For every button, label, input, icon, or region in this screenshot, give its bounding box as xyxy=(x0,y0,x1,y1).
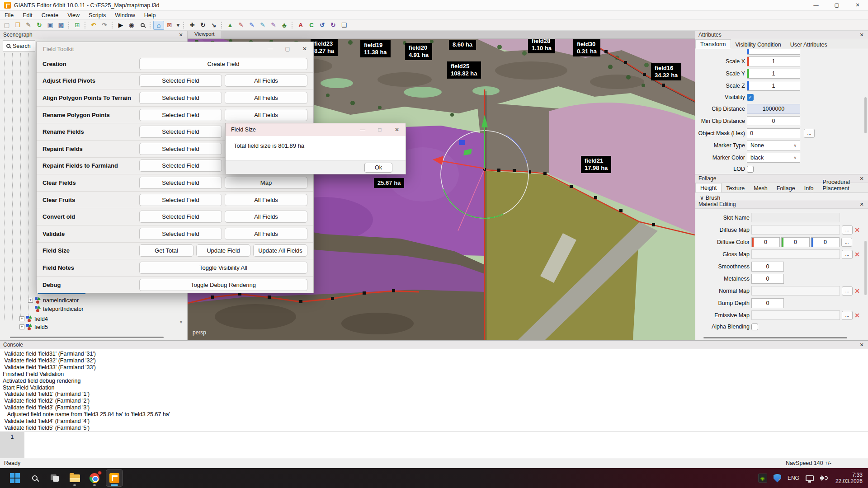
undo-icon[interactable]: ↶ xyxy=(88,21,99,30)
scale-x-input[interactable]: 1 xyxy=(747,56,800,66)
toggle-visibility-all-button[interactable]: Toggle Visibility All xyxy=(139,262,307,274)
attributes-close-icon[interactable]: ✕ xyxy=(859,32,865,38)
bump-depth-input[interactable]: 0 xyxy=(751,298,784,308)
selected-field-button[interactable]: Selected Field xyxy=(139,194,222,206)
window-maximize-button[interactable]: ▢ xyxy=(826,0,847,11)
search-input[interactable]: Search xyxy=(3,40,35,52)
selected-field-button[interactable]: Selected Field xyxy=(139,228,222,240)
console-close-icon[interactable]: ✕ xyxy=(859,342,865,348)
expander-icon[interactable]: + xyxy=(28,298,33,303)
update-field-button[interactable]: Update Field xyxy=(196,244,250,257)
tab-info[interactable]: Info xyxy=(800,184,818,192)
dialog-close-button[interactable]: ✕ xyxy=(296,42,313,56)
redo-icon[interactable]: ↷ xyxy=(99,21,110,30)
scale-z-input[interactable]: 1 xyxy=(747,81,800,91)
zoom-icon[interactable] xyxy=(137,21,148,30)
window-minimize-button[interactable]: — xyxy=(806,0,826,11)
menu-view[interactable]: View xyxy=(63,12,84,19)
task-view-button[interactable] xyxy=(46,469,63,487)
diffuse-color-b-input[interactable]: 0 xyxy=(811,237,840,247)
import-icon[interactable]: ⊞ xyxy=(72,21,83,30)
terrain-sculpt-icon[interactable]: ▲ xyxy=(225,21,236,30)
dialog-maximize-button[interactable]: ▢ xyxy=(279,42,296,56)
save-as-icon[interactable]: ▩ xyxy=(56,21,66,30)
gloss-map-browse-button[interactable]: ... xyxy=(842,250,853,259)
menu-scripts[interactable]: Scripts xyxy=(84,12,110,19)
brush-section-header[interactable]: ∨ Brush xyxy=(695,193,868,200)
language-indicator[interactable]: ENG xyxy=(788,475,799,481)
script-editor-input[interactable] xyxy=(24,432,868,458)
clip-distance-input[interactable]: 1000000 xyxy=(747,104,800,114)
network-tray-icon[interactable] xyxy=(806,475,814,481)
reload-scripts-icon[interactable]: ↺ xyxy=(317,21,328,30)
security-shield-tray-icon[interactable] xyxy=(774,474,781,483)
all-fields-button[interactable]: All Fields xyxy=(225,109,307,121)
toggle-debug-rendering-button[interactable]: Toggle Debug Rendering xyxy=(139,279,307,291)
object-mask-more-button[interactable]: ... xyxy=(804,129,815,138)
scale-tool-icon[interactable]: ↘ xyxy=(208,21,219,30)
tab-user-attributes[interactable]: User Attributes xyxy=(786,40,832,49)
create-field-button[interactable]: Create Field xyxy=(139,58,307,70)
field-size-titlebar[interactable]: Field Size — □ ✕ xyxy=(226,123,406,136)
gloss-map-input[interactable] xyxy=(751,249,840,259)
selected-field-button[interactable]: Selected Field xyxy=(139,92,222,104)
open-folder-icon[interactable]: ❒ xyxy=(12,21,23,30)
all-fields-button[interactable]: All Fields xyxy=(225,211,307,223)
giants-editor-taskbar-button[interactable] xyxy=(106,469,123,487)
material-close-icon[interactable]: ✕ xyxy=(859,202,865,207)
taskbar-clock[interactable]: 7:33 22.03.2026 xyxy=(835,472,863,484)
window-close-button[interactable]: ✕ xyxy=(847,0,868,11)
camera-dropdown-icon[interactable]: ▾ xyxy=(175,21,181,30)
selected-field-button[interactable]: Selected Field xyxy=(139,126,222,138)
camera-toggle-icon[interactable]: ⊠ xyxy=(164,21,175,30)
tree-item-field5[interactable]: + field5 xyxy=(19,323,48,331)
normal-map-browse-button[interactable]: ... xyxy=(842,286,853,296)
save-icon[interactable]: ▣ xyxy=(45,21,56,30)
tab-foliage[interactable]: Foliage xyxy=(772,184,800,192)
marker-color-dropdown[interactable]: black∨ xyxy=(747,153,800,163)
chrome-button[interactable] xyxy=(86,469,103,487)
selected-field-button[interactable]: Selected Field xyxy=(139,211,222,223)
dialog-minimize-button[interactable]: — xyxy=(354,123,371,136)
dialog-close-button[interactable]: ✕ xyxy=(388,123,406,136)
vertical-scrollbar[interactable] xyxy=(864,97,867,133)
export-icon[interactable]: ❏ xyxy=(339,21,349,30)
lod-checkbox[interactable] xyxy=(747,166,754,173)
menu-window[interactable]: Window xyxy=(110,12,139,19)
update-all-fields-button[interactable]: Update All Fields xyxy=(253,244,307,257)
dialog-minimize-button[interactable]: — xyxy=(262,42,279,56)
scale-y-input[interactable]: 1 xyxy=(747,69,800,79)
taskbar-search-button[interactable] xyxy=(26,469,43,487)
diffuse-color-g-input[interactable]: 0 xyxy=(781,237,810,247)
tab-procedural-placement[interactable]: Procedural Placement xyxy=(818,178,868,192)
diffuse-map-browse-button[interactable]: ... xyxy=(842,225,853,235)
menu-edit[interactable]: Edit xyxy=(18,12,37,19)
normal-map-input[interactable] xyxy=(751,286,840,296)
get-total-button[interactable]: Get Total xyxy=(139,244,193,257)
emissive-map-input[interactable] xyxy=(751,310,840,320)
reload-textures-icon[interactable]: C xyxy=(306,21,317,30)
smoothness-input[interactable]: 0 xyxy=(751,262,784,272)
menu-file[interactable]: File xyxy=(0,12,18,19)
reload-all-icon[interactable]: ↻ xyxy=(328,21,339,30)
diffuse-color-picker-button[interactable]: ... xyxy=(841,238,852,247)
play-icon[interactable]: ▶ xyxy=(115,21,126,30)
tree-item-field4[interactable]: + field4 xyxy=(19,315,48,323)
all-fields-button[interactable]: All Fields xyxy=(225,75,307,87)
gloss-map-clear-icon[interactable]: ✕ xyxy=(853,251,862,258)
ok-button[interactable]: Ok xyxy=(364,163,392,173)
menu-help[interactable]: Help xyxy=(140,12,160,19)
start-button[interactable] xyxy=(6,469,24,487)
visibility-checkbox[interactable]: ✓ xyxy=(747,94,754,101)
terrain-paint-icon[interactable]: ✎ xyxy=(236,21,246,30)
all-fields-button[interactable]: All Fields xyxy=(225,92,307,104)
horizontal-scrollbar[interactable] xyxy=(703,337,847,338)
tab-texture[interactable]: Texture xyxy=(722,184,749,192)
diffuse-map-clear-icon[interactable]: ✕ xyxy=(853,226,862,234)
terrain-info-paint-icon[interactable]: ✎ xyxy=(257,21,268,30)
map-button[interactable]: Map xyxy=(225,177,307,189)
emissive-map-browse-button[interactable]: ... xyxy=(842,311,853,320)
tab-transform[interactable]: Transform xyxy=(695,39,731,49)
scrollbar-down-icon[interactable]: ▼ xyxy=(179,320,183,324)
menu-create[interactable]: Create xyxy=(37,12,63,19)
